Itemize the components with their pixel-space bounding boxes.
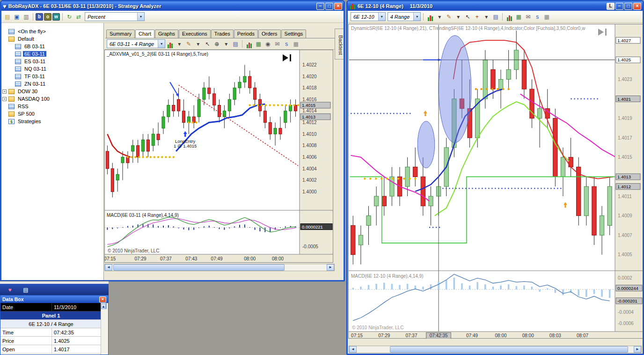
- minimize-button[interactable]: −: [615, 3, 623, 10]
- scroll-up-button[interactable]: ▲: [101, 304, 106, 309]
- expander-icon[interactable]: +: [2, 97, 7, 101]
- new-icon[interactable]: ▤: [3, 13, 12, 21]
- crosshair-icon[interactable]: +: [473, 13, 481, 21]
- range-select[interactable]: 4 Range: [388, 12, 421, 21]
- tree-item-es-03-11[interactable]: ES 03-11: [1, 58, 103, 65]
- tab-settings[interactable]: Settings: [281, 30, 307, 38]
- tree-item-zn-03-11[interactable]: ZN 03-11: [1, 80, 103, 88]
- scroll-left-button[interactable]: ◄: [349, 346, 357, 353]
- grid-icon[interactable]: ▦: [542, 13, 551, 21]
- dropdown-caret-icon[interactable]: [137, 13, 144, 21]
- tree-item-dow-30[interactable]: +DOW 30: [1, 88, 103, 95]
- scrollbar-track[interactable]: [112, 264, 327, 271]
- tree-item-on-the-fly[interactable]: <On the fly>: [1, 28, 103, 35]
- data-panel-icon[interactable]: ▤: [231, 40, 240, 48]
- series-select[interactable]: 6E 03-11 - 4 Range: [107, 39, 165, 48]
- strategy-s-icon[interactable]: s: [533, 13, 542, 21]
- strategy-s-icon[interactable]: s: [282, 40, 291, 48]
- snapshot-icon[interactable]: ▦: [254, 40, 263, 48]
- scrollbar-thumb[interactable]: [390, 346, 628, 353]
- dropdown-caret-icon[interactable]: [378, 13, 385, 21]
- scrollbar-thumb[interactable]: [113, 264, 285, 271]
- pencil-icon[interactable]: ✎: [445, 13, 453, 21]
- instrument-select[interactable]: 6E 12-10: [351, 12, 386, 21]
- minimize-button[interactable]: −: [316, 3, 324, 10]
- data-box-vscrollbar[interactable]: ▲: [101, 303, 108, 355]
- tab-executions[interactable]: Executions: [179, 30, 211, 38]
- export-icon[interactable]: ⇄: [74, 13, 83, 21]
- tree-item-nq-03-11[interactable]: NQ 03-11: [1, 65, 103, 73]
- backtest-b-icon[interactable]: b: [36, 13, 43, 21]
- pointer-icon[interactable]: ↖: [463, 13, 472, 21]
- pencil-icon[interactable]: ✎: [184, 40, 193, 48]
- bar-up-icon[interactable]: [245, 40, 253, 48]
- backtest-side-tab[interactable]: Backtest: [335, 29, 344, 59]
- crosshair-caret-icon[interactable]: ▾: [482, 13, 490, 21]
- tree-item-tf-03-11[interactable]: TF 03-11: [1, 73, 103, 80]
- camera-icon[interactable]: ◉: [263, 40, 272, 48]
- refresh-icon[interactable]: ↻: [65, 13, 73, 21]
- email-icon[interactable]: ✉: [524, 13, 532, 21]
- tree-item-sp-500[interactable]: SP 500: [1, 110, 103, 118]
- close-button[interactable]: ×: [334, 3, 342, 10]
- maximize-button[interactable]: □: [325, 3, 333, 10]
- display-mode-select[interactable]: Percent: [85, 12, 145, 21]
- snapshot-icon[interactable]: ▦: [514, 13, 523, 21]
- scrollbar-thumb[interactable]: [106, 303, 107, 309]
- scroll-right-button[interactable]: ►: [634, 346, 641, 353]
- tab-summary[interactable]: Summary: [106, 30, 135, 38]
- zoom-caret-icon[interactable]: ▾: [222, 40, 230, 48]
- pointer-icon[interactable]: ↖: [203, 40, 212, 48]
- tree-item-strategies[interactable]: $Strategies: [1, 118, 103, 125]
- optimize-o-icon[interactable]: o: [44, 13, 51, 21]
- svg-text:_ADXVMA_v01_5_2(6E 03-11 (4 Ra: _ADXVMA_v01_5_2(6E 03-11 (4 Range),5,Tru…: [106, 52, 208, 57]
- close-button[interactable]: ×: [633, 3, 641, 10]
- link-button[interactable]: L: [607, 3, 615, 10]
- print-icon[interactable]: ▥: [22, 13, 30, 21]
- tree-item-6e-03-11[interactable]: 6E 03-11: [1, 50, 103, 58]
- tab-trades[interactable]: Trades: [211, 30, 234, 38]
- chart-style-caret-icon[interactable]: ▾: [435, 13, 444, 21]
- tree-item-6b-03-11[interactable]: 6B 03-11: [1, 43, 103, 50]
- tab-chart[interactable]: Chart: [135, 30, 154, 38]
- chart-style-icon[interactable]: [426, 13, 434, 21]
- tree-item-default[interactable]: Default: [1, 35, 103, 43]
- data-panel-icon[interactable]: ▤: [491, 13, 500, 21]
- pencil-caret-icon[interactable]: ▾: [454, 13, 462, 21]
- walkforward-w-icon[interactable]: w: [52, 13, 60, 21]
- tree-item-nasdaq-100[interactable]: +NASDAQ 100: [1, 95, 103, 103]
- titlebar-right[interactable]: 6E 12-10 (4 Range) 11/3/2010 L − □ ×: [348, 1, 643, 11]
- chart-style-icon[interactable]: [166, 40, 174, 48]
- price-chart[interactable]: DynamicSR(6E 12-10 (4 Range),21), CTrend…: [348, 24, 643, 339]
- save-icon[interactable]: ▣: [13, 13, 21, 21]
- dropdown-caret-icon[interactable]: [158, 40, 165, 48]
- titlebar-left[interactable]: ♥ BobRayADX - 6E 03-11/6E 03-11 [11/3/20…: [1, 1, 344, 11]
- maximize-button[interactable]: □: [624, 3, 632, 10]
- zoom-icon[interactable]: ⊕: [212, 40, 221, 48]
- scrollbar-track[interactable]: [357, 346, 634, 353]
- dropdown-caret-icon[interactable]: [413, 13, 420, 21]
- minimized-titlebar[interactable]: ♥▤: [0, 284, 109, 296]
- tab-periods[interactable]: Periods: [234, 30, 258, 38]
- chart-style-caret-icon[interactable]: ▾: [175, 40, 183, 48]
- scroll-left-button[interactable]: ◄: [105, 264, 112, 271]
- report-page-icon[interactable]: ▤: [22, 286, 30, 294]
- close-icon[interactable]: ×: [99, 296, 106, 303]
- chart-left-hscrollbar[interactable]: ◄ ►: [104, 264, 335, 271]
- expander-icon[interactable]: +: [2, 89, 7, 94]
- tree-item-rss[interactable]: RSS: [1, 103, 103, 110]
- dollar-icon: $: [8, 119, 15, 124]
- email-icon[interactable]: ✉: [273, 40, 281, 48]
- strategy-chart[interactable]: LongEntry1 @ 1.4015_ADXVMA_v01_5_2(6E 03…: [104, 50, 333, 263]
- svg-text:1.4013: 1.4013: [302, 114, 315, 119]
- data-box-titlebar[interactable]: Data Box ×: [0, 296, 108, 303]
- scroll-right-button[interactable]: ►: [327, 264, 334, 271]
- tab-graphs[interactable]: Graphs: [155, 30, 178, 38]
- grid-icon[interactable]: ▦: [292, 40, 300, 48]
- tab-orders[interactable]: Orders: [258, 30, 281, 38]
- chart-right-hscrollbar[interactable]: ◄ ►: [349, 346, 642, 353]
- bar-up-icon[interactable]: [505, 13, 513, 21]
- heart-icon[interactable]: ♥: [6, 286, 14, 294]
- svg-text:1.4000: 1.4000: [302, 189, 317, 194]
- pencil-caret-icon[interactable]: ▾: [194, 40, 202, 48]
